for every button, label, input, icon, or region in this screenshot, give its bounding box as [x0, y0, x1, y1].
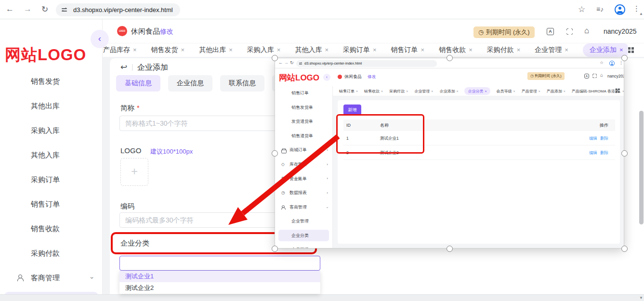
- category-select[interactable]: [119, 256, 320, 271]
- sidebar-item[interactable]: 其他出库: [0, 93, 103, 118]
- reload-icon[interactable]: ↻: [41, 4, 48, 14]
- sidebar-item[interactable]: 客商管理 ›: [275, 200, 332, 215]
- fullscreen-icon[interactable]: [592, 74, 597, 78]
- language-icon[interactable]: A: [547, 28, 554, 35]
- resize-handle-w[interactable]: [272, 150, 278, 157]
- resize-handle-e[interactable]: [621, 150, 628, 157]
- open-tab[interactable]: 采购付款×: [389, 89, 408, 94]
- address-bar[interactable]: d3.shopxo.vip/erp-center-index.html: [56, 3, 180, 16]
- username[interactable]: nancy2025: [604, 27, 637, 35]
- logo-upload-box[interactable]: +: [120, 158, 148, 186]
- form-section-tab[interactable]: 基础信息: [116, 75, 160, 92]
- resize-handle-n[interactable]: [447, 55, 453, 61]
- open-tab[interactable]: 产品库存×: [103, 46, 137, 54]
- sidebar-item[interactable]: ◇ 库存管理 ›: [275, 157, 332, 172]
- open-tab[interactable]: 会员等级×: [497, 89, 515, 94]
- open-tab[interactable]: 企业添加×: [439, 89, 458, 94]
- close-icon[interactable]: ×: [539, 90, 540, 93]
- form-section-tab[interactable]: 联系信息: [220, 75, 264, 92]
- sidebar-item[interactable]: 会员等级: [275, 243, 332, 249]
- resize-handle-sw[interactable]: [272, 246, 278, 252]
- sidebar-item[interactable]: 销售发货单: [275, 101, 332, 115]
- close-icon[interactable]: ×: [469, 46, 473, 53]
- forward-icon[interactable]: →: [284, 60, 289, 65]
- resize-handle-ne[interactable]: [621, 55, 628, 61]
- close-icon[interactable]: ×: [373, 46, 377, 53]
- close-icon[interactable]: ×: [517, 46, 521, 53]
- close-icon[interactable]: ×: [619, 46, 623, 53]
- tabs-overflow-icon[interactable]: [615, 88, 620, 93]
- back-icon[interactable]: ←: [278, 60, 283, 65]
- category-option[interactable]: 测试企业2: [119, 282, 320, 294]
- close-icon[interactable]: ×: [622, 90, 624, 93]
- open-tab[interactable]: 销售订单×: [391, 46, 425, 54]
- language-icon[interactable]: A: [584, 74, 589, 79]
- sidebar-item[interactable]: 销售收款: [0, 216, 103, 241]
- close-icon[interactable]: ×: [229, 46, 233, 53]
- sidebar-item[interactable]: 客商管理 ›: [0, 265, 103, 290]
- open-tab[interactable]: 企业管理×: [535, 46, 568, 54]
- resize-handle-nw[interactable]: [272, 55, 278, 61]
- scrollbar-up-icon[interactable]: ▲: [639, 12, 643, 16]
- sidebar-collapse-button[interactable]: ‹: [91, 30, 109, 48]
- delete-link[interactable]: 删除: [600, 150, 608, 155]
- sidebar-item[interactable]: 销售订单: [0, 192, 103, 216]
- sidebar-item[interactable]: 销售发货: [0, 69, 103, 93]
- close-icon[interactable]: ×: [513, 90, 515, 93]
- sidebar-item[interactable]: 采购入库: [0, 118, 103, 143]
- shop-edit-link[interactable]: 修改: [368, 74, 376, 80]
- close-icon[interactable]: ×: [421, 46, 425, 53]
- sidebar-item[interactable]: 企业管理: [275, 214, 332, 229]
- tabs-overflow-icon[interactable]: [628, 47, 634, 53]
- form-section-tab[interactable]: 企业信息: [168, 75, 212, 92]
- open-tab[interactable]: 销售订单×: [339, 89, 358, 94]
- resize-handle-s[interactable]: [447, 246, 453, 252]
- forward-icon[interactable]: →: [24, 4, 32, 14]
- sidebar-item[interactable]: 发货退货单: [275, 115, 332, 129]
- open-tab[interactable]: 企业分类×: [464, 87, 490, 95]
- close-icon[interactable]: ×: [325, 46, 329, 53]
- back-icon[interactable]: ←: [6, 4, 14, 14]
- sidebar-item[interactable]: 其他入库: [0, 143, 103, 167]
- scrollbar-down-icon[interactable]: ▼: [639, 296, 643, 300]
- close-icon[interactable]: ×: [406, 90, 408, 93]
- open-tab[interactable]: 采购订单×: [343, 46, 377, 54]
- close-icon[interactable]: ×: [381, 90, 383, 93]
- close-icon[interactable]: ×: [456, 90, 458, 93]
- open-tab[interactable]: 产品管理×: [522, 89, 540, 94]
- sidebar-item[interactable]: ◷ 数据报表 ›: [275, 186, 332, 200]
- back-page-icon[interactable]: ↩: [120, 62, 127, 72]
- bookmark-star-icon[interactable]: ☆: [600, 60, 604, 65]
- sidebar-item[interactable]: 销售订单: [275, 86, 332, 101]
- fullscreen-icon[interactable]: [566, 28, 573, 35]
- reload-icon[interactable]: ↻: [290, 60, 294, 65]
- edit-link[interactable]: 编辑: [589, 150, 597, 155]
- open-tab[interactable]: 企业管理×: [414, 89, 433, 94]
- sidebar-item[interactable]: ▤ 资金账单 ›: [275, 172, 332, 186]
- delete-link[interactable]: 删除: [600, 136, 608, 141]
- open-tab[interactable]: 销售发货×: [151, 46, 185, 54]
- close-icon[interactable]: ×: [181, 46, 185, 53]
- inner-address-bar[interactable]: d3.shopxo.vip/erp-center-index.html: [296, 60, 437, 67]
- site-settings-icon[interactable]: [62, 7, 68, 13]
- sidebar-item[interactable]: 销售退货单: [275, 129, 332, 144]
- page-scrollbar-thumb[interactable]: [639, 111, 644, 224]
- resize-handle-se[interactable]: [621, 246, 628, 252]
- sidebar-item[interactable]: 采购订单: [0, 167, 103, 192]
- category-option[interactable]: 测试企业1: [119, 271, 320, 282]
- close-icon[interactable]: ×: [277, 46, 281, 53]
- open-tab[interactable]: 销售收款×: [439, 46, 473, 54]
- profile-avatar[interactable]: [609, 61, 615, 66]
- close-icon[interactable]: ×: [133, 46, 137, 53]
- open-tab[interactable]: 其他入库×: [295, 46, 329, 54]
- close-icon[interactable]: ×: [485, 90, 486, 93]
- profile-avatar[interactable]: [615, 4, 625, 15]
- open-tab[interactable]: 采购付款×: [487, 46, 521, 54]
- open-tab[interactable]: 销售收款×: [364, 89, 383, 94]
- add-category-button[interactable]: 新增: [343, 105, 361, 115]
- shop-edit-link[interactable]: 修改: [160, 27, 173, 36]
- open-tab[interactable]: 企业添加×: [583, 43, 628, 57]
- username[interactable]: nancy2025: [607, 74, 624, 79]
- edit-link[interactable]: 编辑: [589, 136, 597, 141]
- browser-menu-icon[interactable]: ⋮: [619, 60, 623, 65]
